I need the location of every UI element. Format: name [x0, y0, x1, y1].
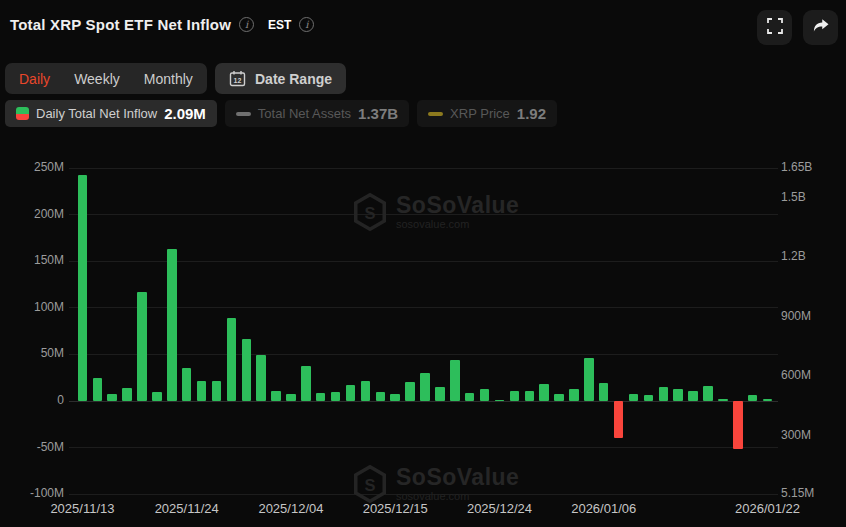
inflow-bar-positive[interactable] — [137, 292, 147, 401]
inflow-bar-positive[interactable] — [152, 392, 162, 401]
inflow-bar-positive[interactable] — [659, 387, 669, 401]
xrp-etf-inflow-panel: Total XRP Spot ETF Net Inflow i EST i Da… — [0, 0, 846, 527]
gridline — [69, 494, 778, 495]
inflow-bar-positive[interactable] — [405, 382, 415, 401]
x-axis-date-label: 2026/01/22 — [735, 501, 800, 516]
y-axis-tick-left: 250M — [0, 160, 64, 174]
y-axis-tick-left: 0 — [0, 393, 64, 407]
y-axis-tick-left: 100M — [0, 300, 64, 314]
x-axis-date-label: 2025/12/15 — [363, 501, 428, 516]
inflow-bar-positive[interactable] — [346, 385, 356, 401]
inflow-bar-positive[interactable] — [286, 394, 296, 401]
inflow-bar-positive[interactable] — [242, 339, 252, 401]
y-axis-tick-right: 900M — [781, 309, 811, 323]
inflow-bar-positive[interactable] — [525, 391, 535, 401]
y-axis-tick-left: 200M — [0, 207, 64, 221]
inflow-bar-positive[interactable] — [480, 389, 490, 401]
inflow-bar-positive[interactable] — [301, 366, 311, 401]
inflow-bar-positive[interactable] — [465, 393, 475, 401]
y-axis-tick-right: 1.65B — [781, 160, 812, 174]
x-axis-date-label: 2026/01/06 — [571, 501, 636, 516]
y-axis-tick-left: -100M — [0, 486, 64, 500]
inflow-bar-negative[interactable] — [733, 401, 743, 449]
y-axis-tick-right: 5.15M — [781, 486, 814, 500]
inflow-bar-positive[interactable] — [703, 386, 713, 401]
gridline — [69, 447, 778, 448]
inflow-bar-positive[interactable] — [316, 393, 326, 401]
inflow-bar-positive[interactable] — [107, 394, 117, 401]
inflow-bar-positive[interactable] — [718, 399, 728, 401]
inflow-bar-positive[interactable] — [748, 395, 758, 401]
gridline — [69, 214, 778, 215]
inflow-bar-positive[interactable] — [376, 392, 386, 401]
inflow-bar-positive[interactable] — [420, 373, 430, 401]
y-axis-tick-right: 1.2B — [781, 249, 806, 263]
inflow-bar-positive[interactable] — [182, 368, 192, 401]
y-axis-tick-right: 1.5B — [781, 190, 806, 204]
inflow-bar-positive[interactable] — [763, 399, 773, 401]
inflow-bar-positive[interactable] — [644, 395, 654, 401]
inflow-bar-positive[interactable] — [495, 400, 505, 401]
x-axis-date-label: 2025/11/13 — [50, 501, 114, 516]
bar-chart: 250M200M150M100M50M0-50M-100M1.65B1.5B1.… — [0, 0, 846, 527]
inflow-bar-positive[interactable] — [271, 391, 281, 401]
inflow-bar-positive[interactable] — [673, 389, 683, 401]
inflow-bar-positive[interactable] — [599, 383, 609, 401]
inflow-bar-positive[interactable] — [554, 394, 564, 401]
inflow-bar-positive[interactable] — [584, 358, 594, 401]
inflow-bar-positive[interactable] — [197, 381, 207, 401]
inflow-bar-positive[interactable] — [569, 389, 579, 401]
inflow-bar-positive[interactable] — [390, 394, 400, 401]
inflow-bar-positive[interactable] — [256, 355, 266, 401]
inflow-bar-positive[interactable] — [629, 394, 639, 401]
x-axis-date-label: 2025/12/04 — [258, 501, 323, 516]
inflow-bar-positive[interactable] — [450, 360, 460, 401]
gridline — [69, 168, 778, 169]
y-axis-tick-left: 50M — [0, 346, 64, 360]
inflow-bar-positive[interactable] — [212, 381, 222, 401]
y-axis-tick-right: 300M — [781, 428, 811, 442]
inflow-bar-positive[interactable] — [435, 387, 445, 401]
inflow-bar-positive[interactable] — [361, 381, 371, 401]
inflow-bar-positive[interactable] — [167, 249, 177, 401]
inflow-bar-negative[interactable] — [614, 401, 624, 438]
inflow-bar-positive[interactable] — [510, 391, 520, 401]
x-axis-date-label: 2025/12/24 — [467, 501, 532, 516]
y-axis-tick-left: -50M — [0, 440, 64, 454]
x-axis-date-label: 2025/11/24 — [155, 501, 219, 516]
inflow-bar-positive[interactable] — [331, 392, 341, 401]
inflow-bar-positive[interactable] — [78, 175, 88, 401]
y-axis-tick-left: 150M — [0, 253, 64, 267]
inflow-bar-positive[interactable] — [93, 378, 103, 401]
inflow-bar-positive[interactable] — [688, 391, 698, 401]
inflow-bar-positive[interactable] — [122, 388, 132, 401]
inflow-bar-positive[interactable] — [227, 318, 237, 401]
inflow-bar-positive[interactable] — [539, 384, 549, 401]
y-axis-tick-right: 600M — [781, 368, 811, 382]
